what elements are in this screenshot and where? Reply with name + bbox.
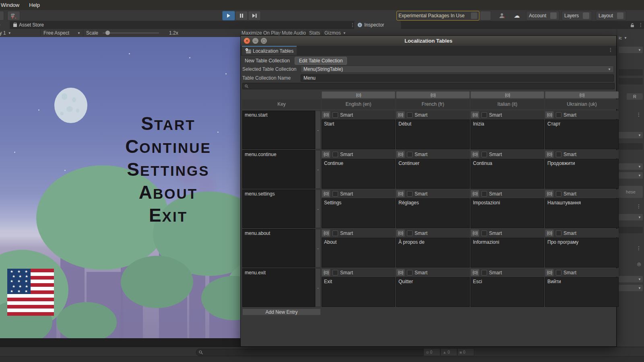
- scale-slider-knob[interactable]: [105, 31, 110, 35]
- translation-textarea[interactable]: Réglages: [396, 198, 470, 228]
- window-titlebar[interactable]: Localization Tables ✕ – ▢: [241, 36, 616, 46]
- inspector-kebab-icon[interactable]: ⋮: [635, 21, 644, 29]
- menu-help[interactable]: Help: [24, 2, 45, 8]
- metadata-button[interactable]: {⊙}: [396, 190, 405, 197]
- key-cell[interactable]: menu.exit: [242, 268, 315, 307]
- console-search-input[interactable]: [196, 349, 426, 356]
- smart-checkbox[interactable]: [332, 152, 338, 157]
- translation-textarea[interactable]: Inizia: [471, 119, 544, 149]
- aspect-dropdown[interactable]: Free Aspect▼: [43, 29, 80, 37]
- sliver-dropdown[interactable]: ▼: [619, 285, 643, 291]
- smart-checkbox[interactable]: [332, 270, 338, 276]
- translation-textarea[interactable]: Continue: [322, 159, 395, 189]
- row-drag-handle[interactable]: -: [315, 150, 321, 189]
- smart-checkbox[interactable]: [556, 270, 561, 276]
- tab-localization-tables[interactable]: Localization Tables: [242, 46, 297, 55]
- row-drag-handle[interactable]: -: [315, 111, 321, 149]
- preview-packages-button[interactable]: [480, 11, 491, 21]
- metadata-button[interactable]: {⊙}: [471, 229, 479, 237]
- metadata-button[interactable]: {⊙}: [322, 150, 330, 158]
- sliver-field[interactable]: [619, 78, 643, 84]
- rotate-button[interactable]: R: [627, 93, 643, 100]
- maximize-button[interactable]: ▢: [261, 38, 267, 44]
- sliver-field[interactable]: [619, 69, 643, 76]
- new-table-collection-tab[interactable]: New Table Collection: [242, 57, 292, 64]
- smart-checkbox[interactable]: [332, 112, 338, 118]
- row-drag-handle[interactable]: -: [315, 189, 321, 228]
- game-menu-item-start[interactable]: START: [141, 114, 195, 134]
- console-error-count-button[interactable]: ⊘0: [423, 348, 440, 356]
- smart-checkbox[interactable]: [556, 112, 561, 118]
- metadata-button[interactable]: {⊙}: [322, 190, 330, 197]
- smart-checkbox[interactable]: [407, 191, 413, 197]
- preset-icon[interactable]: ◎: [637, 261, 641, 267]
- translation-textarea[interactable]: Про програму: [545, 238, 619, 267]
- smart-checkbox[interactable]: [556, 230, 561, 236]
- selected-table-dropdown[interactable]: Menu(StringTable) ▼: [301, 66, 614, 73]
- sliver-field[interactable]: [619, 227, 643, 233]
- translation-textarea[interactable]: Налаштування: [545, 198, 619, 228]
- smart-checkbox[interactable]: [407, 270, 413, 276]
- sliver-dropdown[interactable]: ▼: [619, 214, 643, 220]
- game-menu-item-about[interactable]: ABOUT: [139, 183, 198, 203]
- translation-textarea[interactable]: Settings: [322, 198, 395, 228]
- metadata-button[interactable]: {⊙}: [545, 229, 554, 237]
- smart-checkbox[interactable]: [332, 191, 338, 197]
- component-kebab-icon[interactable]: ⋮: [636, 204, 641, 208]
- key-cell[interactable]: menu.about: [242, 229, 315, 267]
- sliver-dropdown[interactable]: ▼: [619, 172, 643, 179]
- metadata-button[interactable]: {⊙}: [545, 150, 554, 158]
- column-settings-button-2[interactable]: {⊙}: [396, 91, 470, 99]
- display-dropdown[interactable]: ay 1▼: [0, 29, 11, 37]
- smart-checkbox[interactable]: [407, 112, 413, 118]
- row-drag-handle[interactable]: -: [315, 268, 321, 307]
- component-kebab-icon[interactable]: ⋮: [636, 246, 641, 250]
- smart-checkbox[interactable]: [556, 152, 561, 157]
- translation-textarea[interactable]: Esci: [471, 277, 544, 307]
- grid-snap-icon[interactable]: [7, 11, 20, 21]
- collab-button[interactable]: x: [496, 11, 509, 21]
- component-kebab-icon[interactable]: ⋮: [636, 113, 641, 117]
- smart-checkbox[interactable]: [407, 230, 413, 236]
- sliver-dropdown[interactable]: ▼: [619, 276, 643, 282]
- translation-textarea[interactable]: Start: [322, 119, 395, 149]
- translation-textarea[interactable]: Continuer: [396, 159, 470, 189]
- play-button[interactable]: [222, 11, 235, 21]
- column-settings-button-4[interactable]: {⊙}: [545, 91, 619, 99]
- edit-table-collection-tab[interactable]: Edit Table Collection: [295, 57, 347, 65]
- smart-checkbox[interactable]: [556, 191, 561, 197]
- translation-textarea[interactable]: Продовжити: [545, 159, 619, 189]
- metadata-button[interactable]: {⊙}: [396, 269, 405, 276]
- smart-checkbox[interactable]: [481, 191, 487, 197]
- metadata-button[interactable]: {⊙}: [471, 190, 479, 197]
- sliver-dropdown[interactable]: ▼: [619, 163, 643, 170]
- key-cell[interactable]: menu.start: [242, 111, 315, 149]
- metadata-button[interactable]: {⊙}: [545, 111, 554, 119]
- scale-slider[interactable]: [103, 33, 159, 33]
- layout-dropdown[interactable]: Layout: [596, 11, 626, 21]
- these-button-partial[interactable]: hese: [619, 186, 643, 198]
- smart-checkbox[interactable]: [481, 230, 487, 236]
- smart-checkbox[interactable]: [481, 270, 487, 276]
- translation-textarea[interactable]: Quitter: [396, 277, 470, 307]
- sliver-dropdown[interactable]: ▼: [619, 47, 643, 53]
- metadata-button[interactable]: {⊙}: [396, 150, 405, 158]
- pause-button[interactable]: [235, 11, 248, 21]
- metadata-button[interactable]: {⊙}: [322, 111, 330, 119]
- layers-dropdown[interactable]: Layers: [561, 11, 592, 21]
- metadata-button[interactable]: {⊙}: [471, 111, 479, 119]
- metadata-button[interactable]: {⊙}: [545, 190, 554, 197]
- table-search-input[interactable]: [242, 83, 615, 89]
- smart-checkbox[interactable]: [481, 112, 487, 118]
- minimize-button[interactable]: –: [252, 38, 258, 44]
- cloud-button[interactable]: ☁: [510, 11, 523, 21]
- menu-window[interactable]: Window: [0, 2, 24, 8]
- collection-name-input[interactable]: Menu: [301, 74, 614, 82]
- key-cell[interactable]: menu.continue: [242, 150, 315, 189]
- metadata-button[interactable]: {⊙}: [545, 269, 554, 276]
- sliver-field[interactable]: [619, 143, 643, 150]
- translation-textarea[interactable]: Старт: [545, 119, 619, 149]
- translation-textarea[interactable]: Вийти: [545, 277, 619, 307]
- step-button[interactable]: [248, 11, 261, 21]
- translation-textarea[interactable]: About: [322, 238, 395, 267]
